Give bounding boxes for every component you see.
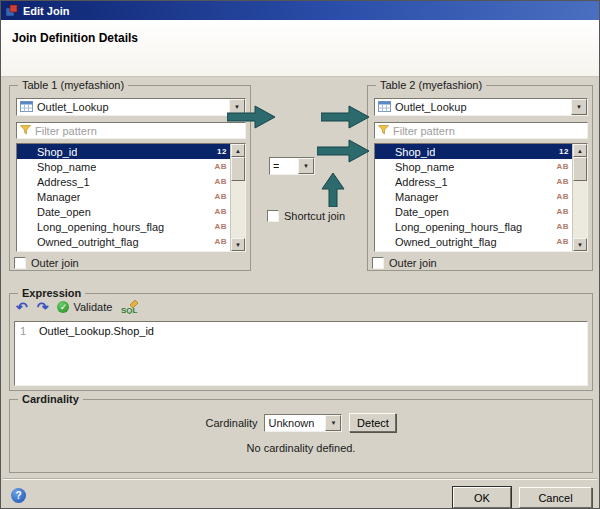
table-icon: [378, 101, 391, 114]
expression-toolbar: ↶ ↷ ✓ Validate SQL: [16, 298, 139, 316]
column-item[interactable]: Address_1 AB: [375, 174, 572, 189]
scroll-up-icon[interactable]: ▲: [573, 144, 587, 157]
table1-scrollbar[interactable]: ▲ ▼: [230, 144, 245, 251]
table2-select[interactable]: Outlet_Lookup ▼: [374, 98, 588, 116]
checkbox-icon[interactable]: [14, 257, 26, 269]
column-item[interactable]: Shop_name AB: [375, 159, 572, 174]
table1-outer-join-checkbox[interactable]: Outer join: [14, 257, 79, 269]
cardinality-status: No cardinality defined.: [10, 442, 592, 454]
table2-group-label: Table 2 (myefashion): [376, 79, 486, 91]
column-item[interactable]: Owned_outright_flag AB: [375, 234, 572, 249]
app-icon: [5, 4, 18, 17]
annotation-arrow-right-1: [227, 105, 275, 129]
string-type-icon: AB: [210, 237, 227, 246]
dropdown-arrow-icon[interactable]: ▼: [298, 158, 314, 174]
table1-select[interactable]: Outlet_Lookup ▼: [16, 98, 246, 116]
help-icon[interactable]: ?: [11, 488, 26, 503]
table2-scrollbar[interactable]: ▲ ▼: [572, 144, 587, 251]
column-item[interactable]: Manager AB: [375, 189, 572, 204]
expression-text: Outlet_Lookup.Shop_id: [39, 325, 154, 337]
scroll-down-icon[interactable]: ▼: [231, 238, 245, 251]
annotation-arrow-right-3: [317, 139, 369, 163]
scrollbar-thumb[interactable]: [573, 157, 587, 181]
column-item[interactable]: Shop_id 12: [375, 144, 572, 159]
scroll-down-icon[interactable]: ▼: [573, 238, 587, 251]
table1-column-list: Shop_id 12 Shop_name AB Address_1 AB Man…: [16, 143, 246, 252]
table1-filter-input[interactable]: [35, 125, 242, 137]
expression-editor[interactable]: 1 Outlet_Lookup.Shop_id: [14, 321, 588, 386]
page-title: Join Definition Details: [12, 31, 138, 45]
string-type-icon: AB: [210, 177, 227, 186]
shortcut-join-checkbox[interactable]: Shortcut join: [267, 210, 345, 222]
column-item[interactable]: Shop_name AB: [17, 159, 230, 174]
scroll-up-icon[interactable]: ▲: [231, 144, 245, 157]
string-type-icon: AB: [552, 222, 569, 231]
validate-button[interactable]: ✓ Validate: [57, 301, 112, 313]
cardinality-group-label: Cardinality: [18, 393, 83, 405]
table1-selected-table: Outlet_Lookup: [37, 101, 109, 113]
annotation-arrow-right-2: [321, 105, 369, 129]
join-operator-select[interactable]: = ▼: [269, 157, 315, 175]
check-icon: ✓: [57, 301, 69, 313]
window-title: Edit Join: [23, 5, 69, 17]
column-item[interactable]: Long_opening_hours_flag AB: [375, 219, 572, 234]
table2-selected-table: Outlet_Lookup: [395, 101, 467, 113]
column-item[interactable]: Long_opening_hours_flag AB: [17, 219, 230, 234]
table2-filterbox[interactable]: [374, 122, 588, 139]
table1-group-label: Table 1 (myefashion): [18, 79, 128, 91]
expression-group: Expression ↶ ↷ ✓ Validate SQL 1 Outlet_L…: [9, 293, 593, 391]
string-type-icon: AB: [210, 222, 227, 231]
table2-column-list: Shop_id 12 Shop_name AB Address_1 AB Man…: [374, 143, 588, 252]
cancel-button[interactable]: Cancel: [519, 487, 592, 508]
numeric-type-icon: 12: [213, 147, 227, 156]
table2-group: Table 2 (myefashion) Outlet_Lookup ▼: [367, 85, 593, 271]
table1-group: Table 1 (myefashion) Outlet_Lookup ▼: [9, 85, 251, 271]
string-type-icon: AB: [552, 177, 569, 186]
column-item[interactable]: Address_1 AB: [17, 174, 230, 189]
table2-outer-join-checkbox[interactable]: Outer join: [372, 257, 437, 269]
table2-filter-input[interactable]: [393, 125, 584, 137]
ok-button[interactable]: OK: [453, 487, 511, 508]
line-number: 1: [20, 325, 26, 337]
cardinality-group: Cardinality Cardinality Unknown ▼ Detect…: [9, 399, 593, 473]
column-item[interactable]: Shop_id 12: [17, 144, 230, 159]
cardinality-select[interactable]: Unknown ▼: [264, 414, 342, 432]
string-type-icon: AB: [552, 162, 569, 171]
string-type-icon: AB: [552, 237, 569, 246]
dialog-header: Join Definition Details: [1, 20, 599, 77]
column-item[interactable]: Date_open AB: [17, 204, 230, 219]
edit-join-dialog: Edit Join Join Definition Details Table …: [0, 0, 600, 509]
detect-button[interactable]: Detect: [349, 413, 396, 432]
footer-separator: [3, 478, 597, 480]
dropdown-arrow-icon[interactable]: ▼: [325, 415, 341, 431]
string-type-icon: AB: [552, 207, 569, 216]
string-type-icon: AB: [210, 207, 227, 216]
scrollbar-thumb[interactable]: [231, 157, 245, 181]
string-type-icon: AB: [552, 192, 569, 201]
string-type-icon: AB: [210, 192, 227, 201]
cardinality-field-label: Cardinality: [206, 417, 258, 429]
redo-icon[interactable]: ↷: [37, 300, 49, 314]
undo-icon[interactable]: ↶: [16, 300, 28, 314]
checkbox-icon[interactable]: [372, 257, 384, 269]
annotation-arrow-up: [321, 173, 345, 207]
filter-icon: [20, 125, 31, 137]
checkbox-icon[interactable]: [267, 210, 279, 222]
table1-filterbox[interactable]: [16, 122, 246, 139]
table-icon: [20, 101, 33, 114]
column-item[interactable]: Manager AB: [17, 189, 230, 204]
cardinality-value: Unknown: [268, 417, 314, 429]
column-item[interactable]: Date_open AB: [375, 204, 572, 219]
svg-text:SQL: SQL: [121, 306, 138, 314]
edit-sql-icon[interactable]: SQL: [121, 299, 139, 316]
join-operator-value: =: [273, 160, 279, 172]
column-item[interactable]: Owned_outright_flag AB: [17, 234, 230, 249]
numeric-type-icon: 12: [555, 147, 569, 156]
dropdown-arrow-icon[interactable]: ▼: [571, 99, 587, 115]
filter-icon: [378, 125, 389, 137]
string-type-icon: AB: [210, 162, 227, 171]
titlebar[interactable]: Edit Join: [1, 1, 599, 20]
